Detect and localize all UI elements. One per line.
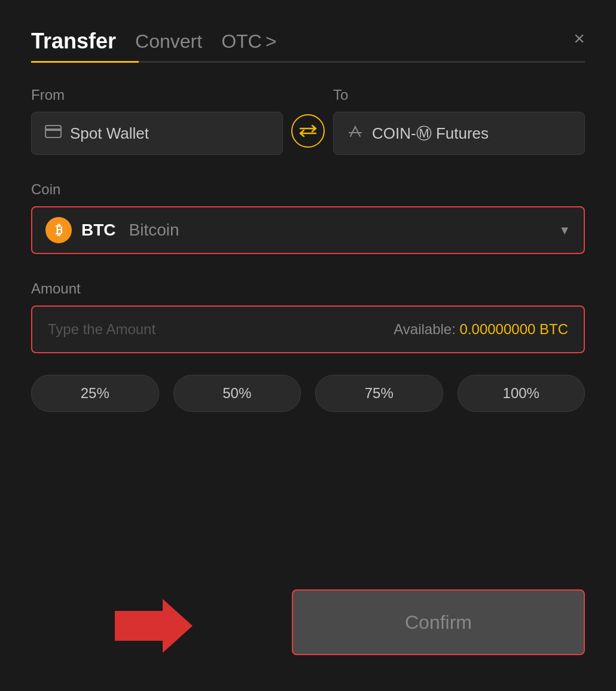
card-icon [45,125,62,142]
percent-100-button[interactable]: 100% [458,375,585,412]
arrow-icon [115,599,193,653]
from-label: From [31,87,283,103]
otc-chevron-icon: > [266,30,277,53]
percent-25-button[interactable]: 25% [31,375,159,412]
percent-section: 25% 50% 75% 100% [31,375,585,412]
from-wallet-box[interactable]: Spot Wallet [31,112,283,155]
coin-section: Coin ₿ BTC Bitcoin ▼ [31,181,585,254]
confirm-button[interactable]: Confirm [292,589,585,655]
transfer-modal: Transfer Convert OTC > × From Spot Walle… [0,0,616,691]
tab-convert[interactable]: Convert [135,30,202,60]
from-wallet-name: Spot Wallet [70,124,149,143]
bottom-section: Confirm [31,589,585,655]
coin-symbol: BTC [81,221,116,240]
to-wallet-name: COIN-Ⓜ Futures [372,123,489,144]
amount-box: Type the Amount Available: 0.00000000 BT… [31,305,585,353]
header: Transfer Convert OTC > × [31,29,585,61]
amount-section: Amount Type the Amount Available: 0.0000… [31,280,585,353]
percent-50-button[interactable]: 50% [173,375,301,412]
tab-underline [31,61,585,63]
tab-otc[interactable]: OTC > [221,30,276,60]
amount-label: Amount [31,280,585,297]
amount-placeholder[interactable]: Type the Amount [48,321,155,338]
to-block: To COIN-Ⓜ Futures [333,87,585,155]
futures-icon [347,123,364,143]
from-to-section: From Spot Wallet To [31,87,585,155]
tab-transfer[interactable]: Transfer [31,29,116,61]
from-block: From Spot Wallet [31,87,283,155]
percent-75-button[interactable]: 75% [315,375,443,412]
coin-selector[interactable]: ₿ BTC Bitcoin ▼ [31,206,585,254]
available-value: 0.00000000 BTC [460,321,568,337]
svg-rect-0 [45,126,61,137]
coin-label: Coin [31,181,585,198]
svg-rect-1 [45,129,61,131]
to-label: To [333,87,585,103]
swap-button[interactable] [291,114,325,148]
amount-available: Available: 0.00000000 BTC [394,321,568,338]
coin-chevron-icon: ▼ [559,224,571,237]
btc-icon: ₿ [45,217,72,243]
arrow-indicator [115,599,193,655]
close-button[interactable]: × [574,29,585,48]
to-wallet-box[interactable]: COIN-Ⓜ Futures [333,112,585,155]
available-label: Available: [394,321,456,337]
coin-full-name: Bitcoin [129,221,179,240]
swap-container [283,114,333,155]
svg-marker-2 [115,599,193,653]
